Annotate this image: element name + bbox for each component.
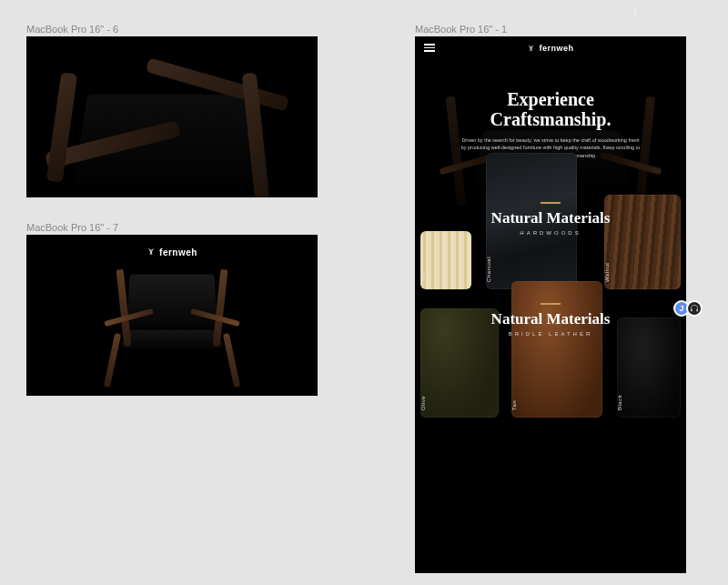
- avatar[interactable]: [686, 300, 703, 317]
- frame-macbook-6[interactable]: [26, 36, 318, 197]
- menu-icon[interactable]: [424, 44, 435, 52]
- swatch-label: Black: [617, 395, 622, 410]
- swatch-label: Olive: [420, 396, 426, 410]
- brand-name: fernweh: [539, 44, 573, 53]
- chair-closeup-image: [26, 36, 318, 197]
- brand-logo: fernweh: [527, 40, 573, 56]
- brand-logo: fernweh: [26, 244, 318, 260]
- divider-icon: [541, 202, 561, 204]
- section-leather-heading: Natural Materials BRIDLE LEATHER: [415, 303, 686, 337]
- frame-label-7[interactable]: MacBook Pro 16" - 7: [26, 222, 118, 233]
- brand-name: fernweh: [159, 247, 197, 257]
- deer-icon: [527, 40, 535, 56]
- frame-macbook-7[interactable]: fernweh: [26, 235, 318, 396]
- section-chip: BRIDLE LEATHER: [415, 331, 686, 337]
- canvas-brand-glyph: f: [633, 5, 637, 19]
- divider-icon: [541, 303, 561, 305]
- collaborator-avatars: J: [677, 300, 703, 317]
- swatch-label: Tan: [511, 400, 517, 410]
- section-title: Natural Materials: [415, 310, 686, 328]
- swatch-tan[interactable]: Tan: [511, 281, 602, 418]
- frame-macbook-1[interactable]: fernweh Experience Craftsmanship. Driven…: [415, 36, 686, 573]
- deer-icon: [147, 244, 156, 260]
- section-chip: HARDWOODS: [415, 230, 686, 236]
- chair-product-image: [104, 269, 240, 388]
- headphones-icon: [690, 304, 699, 313]
- frame-label-1[interactable]: MacBook Pro 16" - 1: [415, 24, 507, 35]
- section-title: Natural Materials: [415, 209, 686, 227]
- hero-headline: Experience Craftsmanship.: [442, 89, 659, 129]
- frame-label-6[interactable]: MacBook Pro 16" - 6: [26, 24, 118, 35]
- section-hardwoods-heading: Natural Materials HARDWOODS: [415, 202, 686, 236]
